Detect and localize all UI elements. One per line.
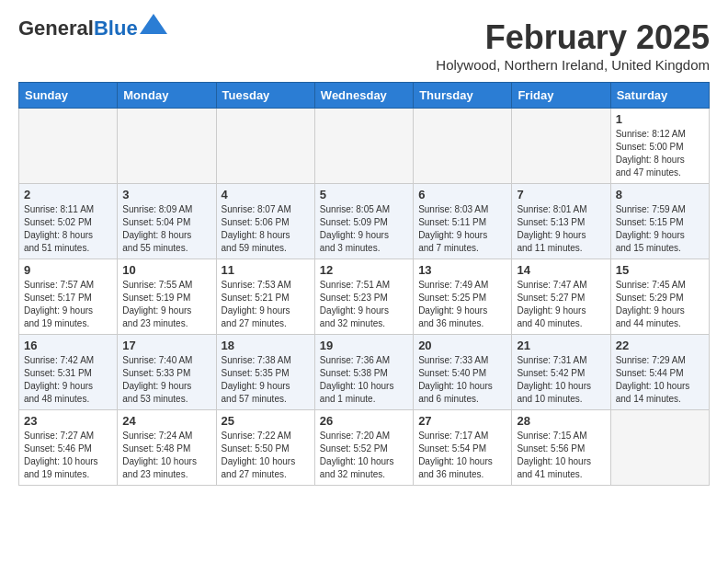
- table-row: 24Sunrise: 7:24 AM Sunset: 5:48 PM Dayli…: [118, 410, 216, 486]
- table-row: 22Sunrise: 7:29 AM Sunset: 5:44 PM Dayli…: [610, 335, 709, 410]
- day-number: 21: [517, 339, 605, 352]
- day-number: 15: [616, 263, 704, 277]
- calendar-week-row: 16Sunrise: 7:42 AM Sunset: 5:31 PM Dayli…: [19, 335, 710, 410]
- title-block: February 2025 Holywood, Northern Ireland…: [436, 18, 710, 73]
- day-info: Sunrise: 8:03 AM Sunset: 5:11 PM Dayligh…: [418, 203, 506, 255]
- day-number: 4: [222, 188, 310, 201]
- svg-marker-0: [140, 14, 167, 34]
- table-row: 12Sunrise: 7:51 AM Sunset: 5:23 PM Dayli…: [314, 259, 413, 335]
- day-number: 19: [320, 339, 408, 352]
- table-row: 21Sunrise: 7:31 AM Sunset: 5:42 PM Dayli…: [512, 335, 610, 410]
- day-number: 20: [418, 339, 506, 352]
- day-number: 3: [122, 188, 210, 201]
- day-number: 9: [24, 263, 112, 277]
- table-row: 28Sunrise: 7:15 AM Sunset: 5:56 PM Dayli…: [512, 410, 610, 486]
- day-info: Sunrise: 7:24 AM Sunset: 5:48 PM Dayligh…: [122, 430, 210, 481]
- table-row: 6Sunrise: 8:03 AM Sunset: 5:11 PM Daylig…: [414, 184, 512, 259]
- location-subtitle: Holywood, Northern Ireland, United Kingd…: [436, 57, 710, 73]
- day-info: Sunrise: 8:07 AM Sunset: 5:06 PM Dayligh…: [222, 203, 310, 255]
- day-info: Sunrise: 7:49 AM Sunset: 5:25 PM Dayligh…: [418, 279, 506, 330]
- table-row: [610, 410, 709, 486]
- table-row: 16Sunrise: 7:42 AM Sunset: 5:31 PM Dayli…: [19, 335, 118, 410]
- day-info: Sunrise: 7:59 AM Sunset: 5:15 PM Dayligh…: [616, 203, 704, 255]
- day-info: Sunrise: 7:33 AM Sunset: 5:40 PM Dayligh…: [418, 354, 506, 406]
- table-row: [19, 109, 118, 184]
- day-number: 23: [24, 414, 112, 428]
- month-year-title: February 2025: [436, 18, 710, 57]
- day-number: 22: [616, 339, 704, 352]
- header-friday: Friday: [512, 83, 610, 109]
- day-number: 6: [418, 188, 506, 201]
- calendar-header-row: Sunday Monday Tuesday Wednesday Thursday…: [19, 83, 710, 109]
- day-number: 24: [122, 414, 210, 428]
- day-info: Sunrise: 7:20 AM Sunset: 5:52 PM Dayligh…: [320, 430, 408, 481]
- day-info: Sunrise: 7:15 AM Sunset: 5:56 PM Dayligh…: [517, 430, 605, 481]
- day-number: 5: [320, 188, 408, 201]
- day-info: Sunrise: 8:01 AM Sunset: 5:13 PM Dayligh…: [517, 203, 605, 255]
- header-saturday: Saturday: [610, 83, 709, 109]
- day-number: 11: [222, 263, 310, 277]
- day-info: Sunrise: 7:45 AM Sunset: 5:29 PM Dayligh…: [616, 279, 704, 330]
- table-row: 25Sunrise: 7:22 AM Sunset: 5:50 PM Dayli…: [216, 410, 314, 486]
- day-number: 25: [222, 414, 310, 428]
- day-info: Sunrise: 7:17 AM Sunset: 5:54 PM Dayligh…: [418, 430, 506, 481]
- table-row: [414, 109, 512, 184]
- day-info: Sunrise: 8:09 AM Sunset: 5:04 PM Dayligh…: [122, 203, 210, 255]
- day-number: 1: [616, 112, 704, 126]
- table-row: [314, 109, 413, 184]
- logo-text: GeneralBlue: [18, 18, 138, 39]
- logo: GeneralBlue: [18, 18, 167, 39]
- table-row: [512, 109, 610, 184]
- day-info: Sunrise: 7:36 AM Sunset: 5:38 PM Dayligh…: [320, 354, 408, 406]
- day-info: Sunrise: 7:51 AM Sunset: 5:23 PM Dayligh…: [320, 279, 408, 330]
- day-info: Sunrise: 7:55 AM Sunset: 5:19 PM Dayligh…: [122, 279, 210, 330]
- day-number: 7: [517, 188, 605, 201]
- day-info: Sunrise: 7:42 AM Sunset: 5:31 PM Dayligh…: [24, 354, 112, 406]
- table-row: 15Sunrise: 7:45 AM Sunset: 5:29 PM Dayli…: [610, 259, 709, 335]
- header-monday: Monday: [118, 83, 216, 109]
- table-row: 14Sunrise: 7:47 AM Sunset: 5:27 PM Dayli…: [512, 259, 610, 335]
- table-row: 10Sunrise: 7:55 AM Sunset: 5:19 PM Dayli…: [118, 259, 216, 335]
- table-row: 1Sunrise: 8:12 AM Sunset: 5:00 PM Daylig…: [610, 109, 709, 184]
- table-row: 27Sunrise: 7:17 AM Sunset: 5:54 PM Dayli…: [414, 410, 512, 486]
- table-row: 20Sunrise: 7:33 AM Sunset: 5:40 PM Dayli…: [414, 335, 512, 410]
- header-tuesday: Tuesday: [216, 83, 314, 109]
- page-header: GeneralBlue February 2025 Holywood, Nort…: [18, 18, 710, 73]
- day-number: 13: [418, 263, 506, 277]
- day-number: 2: [24, 188, 112, 201]
- day-info: Sunrise: 7:29 AM Sunset: 5:44 PM Dayligh…: [616, 354, 704, 406]
- day-info: Sunrise: 7:31 AM Sunset: 5:42 PM Dayligh…: [517, 354, 605, 406]
- day-info: Sunrise: 7:47 AM Sunset: 5:27 PM Dayligh…: [517, 279, 605, 330]
- calendar-week-row: 1Sunrise: 8:12 AM Sunset: 5:00 PM Daylig…: [19, 109, 710, 184]
- calendar-table: Sunday Monday Tuesday Wednesday Thursday…: [18, 82, 710, 486]
- day-info: Sunrise: 8:12 AM Sunset: 5:00 PM Dayligh…: [616, 128, 704, 179]
- table-row: 3Sunrise: 8:09 AM Sunset: 5:04 PM Daylig…: [118, 184, 216, 259]
- day-number: 27: [418, 414, 506, 428]
- day-info: Sunrise: 8:11 AM Sunset: 5:02 PM Dayligh…: [24, 203, 112, 255]
- table-row: 9Sunrise: 7:57 AM Sunset: 5:17 PM Daylig…: [19, 259, 118, 335]
- calendar-week-row: 23Sunrise: 7:27 AM Sunset: 5:46 PM Dayli…: [19, 410, 710, 486]
- table-row: [118, 109, 216, 184]
- table-row: [216, 109, 314, 184]
- day-number: 14: [517, 263, 605, 277]
- table-row: 8Sunrise: 7:59 AM Sunset: 5:15 PM Daylig…: [610, 184, 709, 259]
- day-number: 10: [122, 263, 210, 277]
- day-number: 26: [320, 414, 408, 428]
- day-info: Sunrise: 7:22 AM Sunset: 5:50 PM Dayligh…: [222, 430, 310, 481]
- calendar-week-row: 2Sunrise: 8:11 AM Sunset: 5:02 PM Daylig…: [19, 184, 710, 259]
- day-info: Sunrise: 7:53 AM Sunset: 5:21 PM Dayligh…: [222, 279, 310, 330]
- table-row: 13Sunrise: 7:49 AM Sunset: 5:25 PM Dayli…: [414, 259, 512, 335]
- table-row: 23Sunrise: 7:27 AM Sunset: 5:46 PM Dayli…: [19, 410, 118, 486]
- day-info: Sunrise: 7:40 AM Sunset: 5:33 PM Dayligh…: [122, 354, 210, 406]
- calendar-week-row: 9Sunrise: 7:57 AM Sunset: 5:17 PM Daylig…: [19, 259, 710, 335]
- table-row: 7Sunrise: 8:01 AM Sunset: 5:13 PM Daylig…: [512, 184, 610, 259]
- table-row: 18Sunrise: 7:38 AM Sunset: 5:35 PM Dayli…: [216, 335, 314, 410]
- table-row: 2Sunrise: 8:11 AM Sunset: 5:02 PM Daylig…: [19, 184, 118, 259]
- header-sunday: Sunday: [19, 83, 118, 109]
- table-row: 19Sunrise: 7:36 AM Sunset: 5:38 PM Dayli…: [314, 335, 413, 410]
- day-number: 8: [616, 188, 704, 201]
- day-number: 16: [24, 339, 112, 352]
- table-row: 11Sunrise: 7:53 AM Sunset: 5:21 PM Dayli…: [216, 259, 314, 335]
- day-number: 17: [122, 339, 210, 352]
- day-info: Sunrise: 7:57 AM Sunset: 5:17 PM Dayligh…: [24, 279, 112, 330]
